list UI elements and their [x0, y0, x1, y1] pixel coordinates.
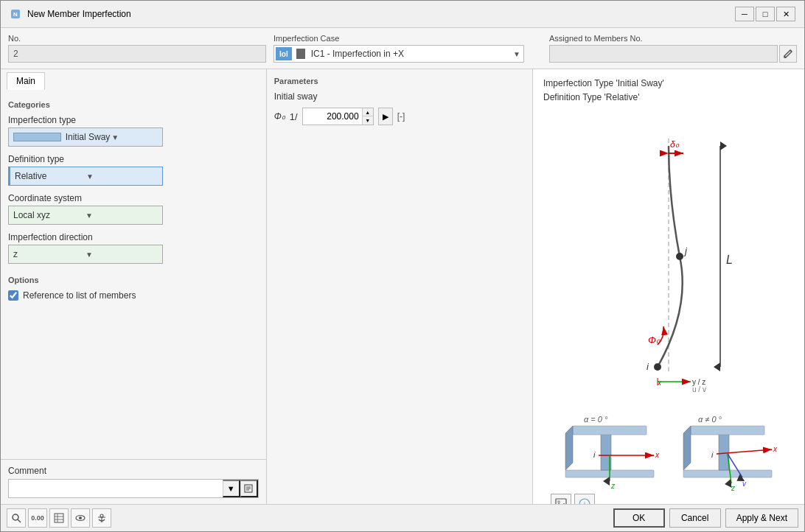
svg-rect-27	[683, 470, 772, 477]
app-icon: N	[10, 8, 21, 20]
comment-edit-btn[interactable]	[240, 480, 258, 497]
case-dropdown-arrow[interactable]: ▼	[510, 50, 523, 58]
svg-rect-19	[573, 426, 647, 435]
imperfection-case-group: Imperfection Case IoI IC1 - Imperfection…	[273, 34, 542, 63]
search-footer-btn[interactable]	[7, 508, 26, 528]
lol-badge: IoI	[276, 47, 292, 60]
options-section: Options Reference to list of members	[8, 276, 259, 301]
imperfection-direction-select[interactable]: z ▼	[8, 245, 163, 264]
minimize-button[interactable]: ─	[735, 7, 754, 21]
search-icon	[11, 513, 21, 523]
number-footer-btn[interactable]: 0.00	[28, 508, 47, 528]
i-point	[654, 363, 661, 371]
coordinate-system-value: Local xyz	[13, 210, 86, 220]
imperfection-type-select[interactable]: Initial Sway ▼	[8, 127, 163, 147]
coordinate-system-select[interactable]: Local xyz ▼	[8, 206, 163, 225]
param-unit: [-]	[397, 111, 405, 122]
diagram-icon-btn-1[interactable]	[551, 494, 571, 504]
diagram-icon-btn-2[interactable]: i	[574, 494, 595, 504]
param-row: Φ₀ 1/ ▲ ▼ ▶ [-]	[274, 108, 525, 125]
imperfection-direction-field: Imperfection direction z ▼	[8, 232, 259, 264]
titlebar: N New Member Imperfection ─ □ ✕	[1, 1, 804, 28]
phi-label: Φ₀	[274, 111, 285, 122]
imperfection-type-arrow: ▼	[111, 133, 158, 141]
imperfection-case-wrapper[interactable]: IoI IC1 - Imperfection in +X ▼	[273, 45, 524, 63]
main-content: Main Categories Imperfection type Initia…	[1, 69, 804, 504]
imperfection-type-field: Imperfection type Initial Sway ▼	[8, 115, 259, 147]
header-row: No. 2 Imperfection Case IoI IC1 - Imperf…	[1, 28, 804, 69]
imperfection-type-icon	[13, 133, 61, 141]
apply-next-button[interactable]: Apply & Next	[725, 508, 798, 528]
j-point	[676, 253, 683, 260]
svg-text:α = 0 °: α = 0 °	[584, 415, 608, 424]
param-spinner-up[interactable]: ▲	[363, 108, 373, 116]
tab-main[interactable]: Main	[7, 72, 45, 90]
imperfection-case-label: Imperfection Case	[273, 34, 542, 43]
cancel-button[interactable]: Cancel	[669, 508, 721, 528]
diagram-image-icon	[555, 498, 567, 504]
definition-type-select[interactable]: Relative ▼	[8, 167, 163, 186]
phi-angle-label: Φ₀	[648, 335, 661, 346]
svg-line-44	[18, 519, 21, 522]
comment-dropdown-btn[interactable]: ▼	[223, 480, 240, 497]
eye-icon	[75, 513, 86, 523]
window-title: New Member Imperfection	[27, 9, 729, 19]
diagram-info-icon: i	[579, 498, 590, 504]
param-value-input[interactable]	[303, 110, 362, 123]
imperfection-direction-label: Imperfection direction	[8, 232, 259, 242]
action-buttons: OK Cancel Apply & Next	[613, 508, 798, 528]
anchor-icon	[97, 513, 107, 523]
assigned-wrapper	[549, 45, 797, 63]
assigned-input[interactable]	[549, 45, 778, 63]
maximize-button[interactable]: □	[756, 7, 775, 21]
left-content: Categories Imperfection type Initial Swa…	[1, 90, 266, 459]
diagram-title-line2: Definition Type 'Relative'	[543, 92, 639, 102]
coordinate-system-arrow: ▼	[86, 211, 158, 220]
uv-label: u / v	[692, 385, 706, 393]
window-controls: ─ □ ✕	[735, 7, 795, 21]
svg-text:i: i	[711, 450, 714, 459]
view-footer-btn[interactable]	[71, 508, 90, 528]
tabs-bar: Main	[1, 69, 266, 90]
assigned-label: Assigned to Members No.	[549, 34, 797, 43]
j-label: j	[683, 245, 688, 256]
svg-text:i: i	[584, 501, 586, 504]
svg-text:α ≠ 0 °: α ≠ 0 °	[698, 415, 722, 424]
comment-input-wrapper: ▼	[8, 479, 259, 498]
comment-edit-icon	[244, 484, 253, 493]
assigned-edit-button[interactable]	[779, 45, 797, 63]
svg-rect-28	[719, 433, 729, 470]
no-input[interactable]: 2	[8, 45, 266, 63]
L-label: L	[726, 253, 733, 266]
no-label: No.	[8, 34, 266, 43]
svg-point-51	[100, 514, 103, 517]
diagram-area: j i	[543, 109, 794, 504]
imperfection-direction-value: z	[13, 249, 86, 259]
svg-marker-30	[683, 426, 691, 470]
svg-text:z: z	[731, 484, 736, 492]
param-input-wrapper: ▲ ▼	[302, 108, 374, 125]
svg-text:v: v	[742, 480, 747, 488]
imperfection-type-label: Imperfection type	[8, 115, 259, 125]
svg-text:z: z	[610, 482, 616, 490]
comment-input[interactable]	[9, 482, 223, 495]
definition-type-arrow: ▼	[86, 172, 158, 181]
diagram-title-line1: Imperfection Type 'Initial Sway'	[543, 78, 664, 88]
svg-text:x: x	[655, 451, 660, 459]
middle-panel: Parameters Initial sway Φ₀ 1/ ▲ ▼ ▶ [-]	[267, 69, 533, 504]
table-footer-btn[interactable]	[49, 508, 69, 528]
reference-checkbox[interactable]	[8, 290, 18, 301]
param-spinners: ▲ ▼	[362, 108, 373, 125]
footer-icons: 0.00	[7, 508, 111, 528]
param-spinner-down[interactable]: ▼	[363, 116, 373, 125]
parameters-title: Parameters	[274, 77, 525, 85]
svg-marker-20	[565, 426, 573, 470]
coordinate-system-label: Coordinate system	[8, 193, 259, 203]
coordinate-system-field: Coordinate system Local xyz ▼	[8, 193, 259, 225]
anchor-footer-btn[interactable]	[92, 508, 111, 528]
param-arrow-button[interactable]: ▶	[378, 108, 393, 125]
svg-text:i: i	[593, 450, 596, 459]
assigned-field-group: Assigned to Members No.	[549, 34, 797, 63]
ok-button[interactable]: OK	[613, 508, 665, 528]
close-button[interactable]: ✕	[776, 7, 795, 21]
